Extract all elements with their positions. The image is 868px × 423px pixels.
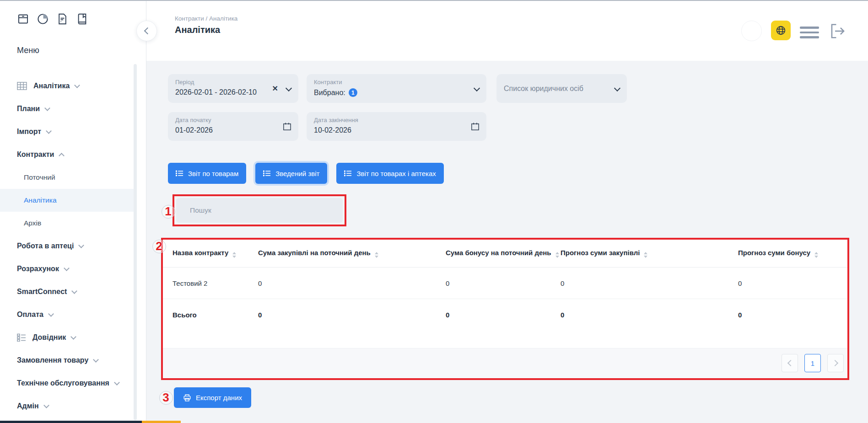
column-header[interactable]: Сума закупівлі на поточний день (254, 240, 442, 268)
sidebar-subitem-label: Аналітика (24, 196, 57, 204)
cell-contract-name: Тестовий 2 (163, 268, 254, 299)
sidebar-item-contracts[interactable]: Контракти (0, 143, 136, 166)
report-by-goods-button[interactable]: Звіт по товарам (168, 163, 246, 184)
sidebar-collapse-button[interactable] (136, 21, 157, 41)
hamburger-menu-icon[interactable] (800, 27, 819, 38)
chevron-right-icon (831, 360, 838, 366)
sidebar-subitem-label: Архів (24, 219, 41, 227)
sidebar-item-analytics[interactable]: Аналітика (0, 75, 136, 97)
sidebar-top-icons (17, 13, 88, 25)
table-highlight-box: Назва контракту Сума закупівлі на поточн… (161, 238, 849, 380)
date-end-field[interactable]: Дата закінчення 10-02-2026 (307, 112, 486, 141)
search-highlight-box (173, 194, 346, 226)
sidebar-scrollbar[interactable] (134, 64, 137, 420)
chevron-left-icon (787, 360, 793, 366)
language-button[interactable] (771, 21, 791, 40)
chevron-down-icon (74, 82, 80, 88)
cell-total-label: Всього (163, 299, 254, 331)
date-end-value: 10-02-2026 (314, 126, 351, 134)
grid-icon (17, 82, 27, 90)
period-value: 2026-02-01 - 2026-02-10 (175, 88, 257, 96)
chevron-down-icon (71, 288, 77, 294)
pagination-prev-button[interactable] (782, 354, 798, 372)
list-icon (176, 170, 183, 177)
main-area: Контракти / Аналітика Аналітика Період 2… (146, 0, 868, 423)
legal-entities-placeholder: Список юридичних осіб (504, 74, 583, 103)
annotation-3: 3 (159, 390, 174, 405)
chevron-down-icon (44, 105, 50, 111)
calendar-icon[interactable] (470, 122, 480, 131)
logout-button[interactable] (829, 22, 846, 40)
sidebar-subitem-archive[interactable]: Архів (0, 212, 136, 235)
list-icon (263, 170, 271, 177)
selected-count-badge: 1 (349, 88, 357, 97)
period-filter[interactable]: Період 2026-02-01 - 2026-02-10 ✕ (168, 74, 298, 103)
chevron-down-icon (46, 128, 52, 134)
sidebar-item-label: Аналітика (33, 82, 70, 90)
export-data-button[interactable]: Експорт даних (174, 387, 251, 408)
sort-icon[interactable] (555, 252, 559, 258)
sidebar-item-import[interactable]: Імпорт (0, 120, 136, 143)
page-title: Аналітика (175, 25, 220, 35)
book-icon[interactable] (76, 13, 88, 25)
contracts-filter[interactable]: Контракти Вибрано: 1 (307, 74, 486, 103)
table-total-row: Всього 0 0 0 0 (163, 299, 847, 331)
pie-chart-icon[interactable] (37, 13, 49, 25)
chevron-down-icon (286, 85, 292, 91)
cell-value: 0 (254, 268, 442, 299)
archive-icon[interactable] (17, 13, 29, 25)
chevron-down-icon (48, 311, 54, 317)
column-header[interactable]: Прогноз суми закупівлі (557, 240, 734, 268)
cell-total-value: 0 (557, 299, 734, 331)
breadcrumb[interactable]: Контракти / Аналітика (175, 15, 237, 22)
date-start-field[interactable]: Дата початку 01-02-2026 (168, 112, 298, 141)
column-header[interactable]: Сума бонусу на поточний день (442, 240, 557, 268)
menu-title: Меню (17, 46, 39, 55)
sidebar-item-label: SmartConnect (17, 288, 67, 296)
sidebar-subitem-analytics-active[interactable]: Аналітика (0, 189, 136, 212)
sidebar-item-plans[interactable]: Плани (0, 97, 136, 120)
sidebar-subitem-current[interactable]: Поточний (0, 166, 136, 189)
sidebar-item-maintenance[interactable]: Технічне обслуговування (0, 372, 136, 395)
report-goods-pharmacies-button[interactable]: Звіт по товарах і аптеках (336, 163, 443, 184)
column-header[interactable]: Прогноз суми бонусу (734, 240, 847, 268)
pagination-page-1[interactable]: 1 (804, 354, 821, 372)
legal-entities-filter[interactable]: Список юридичних осіб (496, 74, 627, 103)
sort-icon[interactable] (644, 252, 647, 258)
chevron-down-icon (93, 357, 99, 363)
sidebar-item-goods-order[interactable]: Замовлення товару (0, 349, 136, 372)
logout-icon (829, 22, 846, 40)
sidebar-item-label: Оплата (17, 311, 43, 319)
chevron-down-icon (78, 242, 84, 248)
cell-value: 0 (557, 268, 734, 299)
document-icon[interactable] (56, 13, 69, 25)
sidebar-item-label: Адмін (17, 402, 39, 410)
sidebar-item-payment[interactable]: Оплата (0, 303, 136, 326)
cell-value: 0 (734, 268, 847, 299)
chevron-down-icon (474, 85, 480, 91)
sidebar-item-directory[interactable]: Довідник (0, 326, 136, 349)
sidebar-item-pharmacy-work[interactable]: Робота в аптеці (0, 235, 136, 257)
sidebar-subitem-label: Поточний (24, 173, 55, 182)
calendar-icon[interactable] (282, 122, 292, 131)
contracts-table: Назва контракту Сума закупівлі на поточн… (163, 240, 847, 330)
cell-total-value: 0 (442, 299, 557, 331)
sidebar-item-admin[interactable]: Адмін (0, 395, 136, 418)
chevron-down-icon (64, 265, 70, 271)
clear-icon[interactable]: ✕ (272, 84, 278, 93)
sidebar-item-calculation[interactable]: Розрахунок (0, 257, 136, 280)
sort-icon[interactable] (375, 252, 378, 258)
summary-report-button[interactable]: Зведений звіт (255, 163, 327, 184)
faded-circle-button[interactable] (741, 21, 762, 41)
chevron-down-icon (114, 380, 120, 386)
sidebar-item-smartconnect[interactable]: SmartConnect (0, 280, 136, 303)
sort-icon[interactable] (814, 252, 818, 258)
sidebar-item-label: Замовлення товару (17, 356, 88, 364)
pagination-next-button[interactable] (827, 354, 844, 372)
sidebar-item-label: Розрахунок (17, 265, 59, 273)
sort-icon[interactable] (232, 252, 236, 258)
chevron-down-icon (43, 402, 49, 408)
search-input[interactable] (176, 198, 343, 223)
column-header[interactable]: Назва контракту (163, 240, 254, 268)
table-row[interactable]: Тестовий 2 0 0 0 0 (163, 268, 847, 299)
